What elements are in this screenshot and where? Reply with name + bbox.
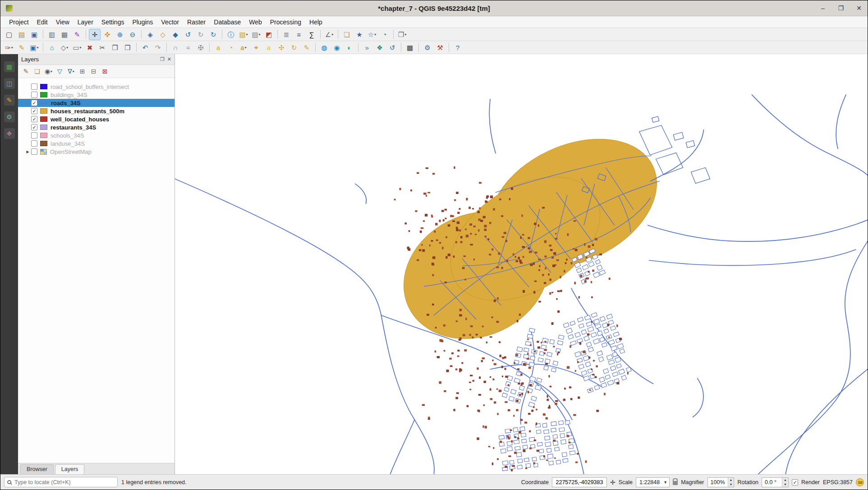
layer-item-well_located_houses[interactable]: ✓well_located_houses [18, 115, 175, 123]
toolbox-tools-icon[interactable]: ⚒ [434, 42, 446, 53]
layer-item-buildings_34S[interactable]: buildings_34S [18, 91, 175, 99]
layers-panel-close-icon[interactable]: ✕ [167, 56, 171, 62]
locate-box[interactable] [4, 477, 118, 487]
quickmap-services-icon[interactable]: ▩ [404, 42, 416, 53]
menu-help[interactable]: Help [305, 17, 326, 27]
refresh-map-icon[interactable]: ↻ [207, 29, 219, 40]
remove-layer-icon[interactable]: ⊠ [100, 66, 110, 77]
snapping-toolbar-icon[interactable]: ∩ [170, 42, 181, 53]
delete-selected-icon[interactable]: ✖ [84, 42, 96, 53]
expand-all-icon[interactable]: ⊞ [77, 66, 87, 77]
layer-expand-icon[interactable]: ▶ [24, 150, 31, 154]
current-edits-icon[interactable]: ✑▾ [3, 42, 15, 53]
scale-lock-icon[interactable] [673, 481, 678, 485]
magnifier-spin-down[interactable]: ▼ [728, 482, 734, 487]
layer-item-road_school_buffers_intersect[interactable]: road_school_buffers_intersect [18, 83, 175, 91]
magnifier-spin-up[interactable]: ▲ [728, 478, 734, 482]
menu-layer[interactable]: Layer [73, 17, 97, 27]
menu-raster[interactable]: Raster [183, 17, 210, 27]
layers-panel-float-icon[interactable]: ❐ [160, 56, 165, 62]
layer-item-roads_34S[interactable]: ✓roads_34S [18, 99, 175, 107]
zoom-next-icon[interactable]: ↻ [195, 29, 207, 40]
add-feature-icon[interactable]: ⌂ [46, 42, 58, 53]
menu-edit[interactable]: Edit [33, 17, 52, 27]
layer-checkbox[interactable] [31, 148, 37, 155]
menu-vector[interactable]: Vector [157, 17, 183, 27]
deselect-features-icon[interactable]: ▨▾ [250, 29, 262, 40]
scale-combo[interactable]: 1:22848 ▼ [636, 477, 670, 487]
coordinate-input[interactable] [552, 477, 607, 487]
metasearch-icon[interactable]: ◍ [318, 42, 330, 53]
layer-labeling-icon[interactable]: a [212, 42, 224, 53]
change-label-icon[interactable]: ✎ [301, 42, 312, 53]
open-project-icon[interactable]: ▤ [16, 29, 28, 40]
toggle-editing-icon[interactable]: ✎ [16, 42, 28, 53]
undo-icon[interactable]: ↶ [139, 42, 151, 53]
cut-features-icon[interactable]: ✂ [96, 42, 108, 53]
save-project-icon[interactable]: ▣ [28, 29, 40, 40]
modify-attributes-icon[interactable]: ▭▾ [71, 42, 83, 53]
select-features-icon[interactable]: ▧▾ [238, 29, 249, 40]
menu-view[interactable]: View [52, 17, 73, 27]
paste-features-icon[interactable]: ❒ [122, 42, 133, 53]
statistical-summary-icon[interactable]: ∑ [306, 29, 317, 40]
field-calculator-icon[interactable]: ≡ [293, 29, 305, 40]
zoom-in-icon[interactable]: ⊕ [114, 29, 126, 40]
locate-input[interactable] [14, 479, 115, 486]
layer-checkbox[interactable] [31, 83, 37, 90]
select-by-value-icon[interactable]: ◩ [263, 29, 275, 40]
web-services-icon[interactable]: ◉ [331, 42, 343, 53]
magnifier-spinbox[interactable]: 100% ▲▼ [707, 477, 735, 487]
help-contents-icon[interactable]: ? [452, 42, 464, 53]
layer-item-schools_34S[interactable]: schools_34S [18, 131, 175, 139]
open-layer-styling-icon[interactable]: ✎ [21, 66, 31, 77]
menu-plugins[interactable]: Plugins [128, 17, 157, 27]
python-console-icon[interactable]: » [361, 42, 373, 53]
rotation-spinbox[interactable]: 0.0 ° ▲▼ [762, 477, 789, 487]
rotation-spin-down[interactable]: ▼ [782, 482, 788, 487]
temporal-controller-icon[interactable]: ◔ [379, 29, 390, 40]
zoom-to-layer-icon[interactable]: ◆ [170, 29, 181, 40]
new-bookmark-icon[interactable]: ★ [354, 29, 365, 40]
menu-project[interactable]: Project [5, 17, 33, 27]
maximize-button[interactable]: ❐ [837, 5, 845, 12]
minimize-button[interactable]: – [819, 5, 827, 12]
style-manager-icon[interactable]: ✎ [71, 29, 83, 40]
zoom-out-icon[interactable]: ⊖ [127, 29, 138, 40]
new-map-view-icon[interactable]: ❐▾ [396, 29, 408, 40]
tab-layers[interactable]: Layers [55, 464, 85, 474]
processing-toolbox-icon[interactable]: ⚙ [422, 42, 433, 53]
zoom-last-icon[interactable]: ↺ [182, 29, 194, 40]
processing-dock-icon[interactable]: ⚙ [4, 111, 15, 122]
label-options-icon[interactable]: a▾ [238, 42, 249, 53]
pin-labels-icon[interactable]: ✦ [250, 42, 262, 53]
pan-map-icon[interactable]: ✛ [89, 29, 101, 40]
layer-item-landuse_34S[interactable]: landuse_34S [18, 139, 175, 148]
layer-item-houses_restaurants_500m[interactable]: ✓houses_restaurants_500m [18, 107, 175, 115]
layout-manager-icon[interactable]: ▦ [59, 29, 70, 40]
menu-settings[interactable]: Settings [97, 17, 129, 27]
collapse-all-icon[interactable]: ⊟ [88, 66, 99, 77]
tab-browser[interactable]: Browser [20, 464, 54, 474]
undo-history-icon[interactable]: ↺ [386, 42, 398, 53]
zoom-to-selection-icon[interactable]: ◇ [157, 29, 169, 40]
manage-themes-icon[interactable]: ◉▾ [43, 66, 54, 77]
new-project-icon[interactable]: ▢ [3, 29, 15, 40]
extents-icon[interactable]: ✛ [610, 479, 615, 486]
menu-web[interactable]: Web [245, 17, 266, 27]
browser-panel-icon[interactable]: ◫ [4, 78, 15, 89]
add-group-icon[interactable]: ❏ [32, 66, 42, 77]
plugins-dock-icon[interactable]: ❖ [4, 128, 15, 139]
move-label-icon[interactable]: ✣ [276, 42, 287, 53]
filter-legend-icon[interactable]: ▽ [55, 66, 65, 77]
measure-icon[interactable]: ∠▾ [323, 29, 335, 40]
map-tips-icon[interactable]: ❏ [341, 29, 353, 40]
identify-features-icon[interactable]: ⓘ [225, 29, 237, 40]
copy-features-icon[interactable]: ❐ [109, 42, 121, 53]
layer-item-OpenStreetMap[interactable]: ▶OpenStreetMap [18, 148, 175, 156]
layer-diagram-icon[interactable]: ◔ [225, 42, 237, 53]
layer-checkbox[interactable]: ✓ [31, 124, 37, 130]
menu-database[interactable]: Database [210, 17, 245, 27]
layer-checkbox[interactable] [31, 140, 37, 147]
show-bookmarks-icon[interactable]: ☆▾ [366, 29, 378, 40]
